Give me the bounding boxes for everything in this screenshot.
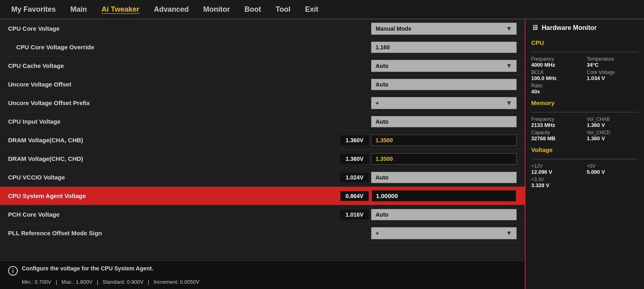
- control-area-9: 0.864V1.00000: [340, 190, 517, 202]
- v12: +12V 12.096 V: [531, 163, 583, 175]
- control-area-2: Auto▼: [371, 60, 517, 72]
- main-layout: CPU Core VoltageManual Mode▼CPU Core Vol…: [0, 19, 644, 289]
- control-area-10: 1.016VAuto: [340, 209, 517, 220]
- increment-val: Increment: 0.0050V: [154, 279, 199, 285]
- current-val-8: 1.024V: [340, 173, 369, 182]
- cpu-core-voltage: Core Voltage 1.034 V: [587, 70, 639, 81]
- text-input-1[interactable]: 1.160: [371, 42, 517, 53]
- top-nav: My FavoritesMainAi TweakerAdvancedMonito…: [0, 0, 644, 19]
- setting-row-4[interactable]: Uncore Voltage Offset Prefix+▼: [0, 94, 525, 112]
- voltage-section-title: Voltage: [531, 146, 638, 153]
- max-val: Max.: 1.800V: [61, 279, 93, 285]
- text-input-3[interactable]: Auto: [371, 79, 517, 90]
- setting-label-11: PLL Reference Offset Mode Sign: [8, 230, 371, 236]
- info-icon: i: [8, 266, 18, 276]
- setting-label-5: CPU Input Voltage: [8, 118, 371, 125]
- cpu-ratio: Ratio 40x: [531, 83, 583, 95]
- setting-label-8: CPU VCCIO Voltage: [8, 174, 340, 181]
- nav-item-boot[interactable]: Boot: [237, 0, 268, 19]
- settings-area: CPU Core VoltageManual Mode▼CPU Core Vol…: [0, 19, 525, 261]
- mem-cap: Capacity 32768 MB: [531, 130, 583, 141]
- cpu-freq-label: Frequency 4000 MHz: [531, 56, 583, 68]
- text-input-5[interactable]: Auto: [371, 116, 517, 127]
- control-area-11: +▼: [371, 227, 517, 239]
- cpu-bclk: BCLK 100.0 MHz: [531, 70, 583, 81]
- setting-row-7[interactable]: DRAM Voltage(CHC, CHD)1.360V1.3500: [0, 150, 525, 168]
- monitor-icon: 🖥: [531, 23, 538, 32]
- setting-row-3[interactable]: Uncore Voltage OffsetAuto: [0, 75, 525, 94]
- current-val-7: 1.360V: [340, 154, 369, 164]
- memory-grid: Frequency 2133 MHz Vol_CHAB 1.360 V Capa…: [531, 116, 638, 141]
- control-area-4: +▼: [371, 97, 517, 109]
- setting-label-9: CPU System Agent Voltage: [8, 192, 340, 199]
- nav-item-tool[interactable]: Tool: [268, 0, 298, 19]
- setting-label-6: DRAM Voltage(CHA, CHB): [8, 137, 340, 143]
- text-input-8[interactable]: Auto: [371, 172, 517, 183]
- dropdown-11[interactable]: +▼: [371, 227, 517, 239]
- current-val-9: 0.864V: [340, 191, 369, 201]
- cpu-temp: Temperature 34°C: [587, 56, 639, 68]
- hw-header: 🖥 Hardware Monitor: [531, 23, 638, 32]
- left-content: CPU Core VoltageManual Mode▼CPU Core Vol…: [0, 19, 525, 289]
- setting-label-4: Uncore Voltage Offset Prefix: [8, 99, 371, 106]
- current-val-10: 1.016V: [340, 210, 369, 219]
- setting-row-11[interactable]: PLL Reference Offset Mode Sign+▼: [0, 224, 525, 243]
- memory-section-title: Memory: [531, 99, 638, 106]
- setting-row-5[interactable]: CPU Input VoltageAuto: [0, 112, 525, 131]
- info-params: Min.: 0.700V | Max.: 1.800V | Standard: …: [8, 279, 517, 285]
- setting-label-10: PCH Core Voltage: [8, 211, 340, 218]
- dropdown-2[interactable]: Auto▼: [371, 60, 517, 72]
- info-desc: i Configure the voltage for the CPU Syst…: [8, 265, 517, 276]
- cpu-section-title: CPU: [531, 39, 638, 46]
- setting-row-6[interactable]: DRAM Voltage(CHA, CHB)1.360V1.3500: [0, 131, 525, 150]
- setting-label-7: DRAM Voltage(CHC, CHD): [8, 155, 340, 162]
- memory-divider: [531, 112, 638, 112]
- setting-row-2[interactable]: CPU Cache VoltageAuto▼: [0, 57, 525, 75]
- yellow-input-7[interactable]: 1.3500: [371, 153, 517, 165]
- setting-row-1[interactable]: CPU Core Voltage Override1.160: [0, 38, 525, 57]
- mem-vol-chcd: Vol_CHCD 1.360 V: [587, 130, 639, 141]
- bottom-info: i Configure the voltage for the CPU Syst…: [0, 261, 525, 289]
- control-area-3: Auto: [371, 79, 517, 90]
- setting-label-2: CPU Cache Voltage: [8, 62, 371, 69]
- nav-item-exit[interactable]: Exit: [298, 0, 325, 19]
- setting-label-1: CPU Core Voltage Override: [8, 44, 371, 51]
- voltage-grid: +12V 12.096 V +5V 5.000 V +3.3V 3.328 V: [531, 163, 638, 188]
- control-area-6: 1.360V1.3500: [340, 135, 517, 146]
- hw-title: Hardware Monitor: [542, 24, 597, 32]
- setting-row-9[interactable]: CPU System Agent Voltage0.864V1.00000: [0, 187, 525, 205]
- hardware-monitor-panel: 🖥 Hardware Monitor CPU Frequency 4000 MH…: [525, 19, 644, 289]
- cpu-grid: Frequency 4000 MHz Temperature 34°C BCLK…: [531, 56, 638, 95]
- current-val-6: 1.360V: [340, 135, 369, 145]
- mem-vol-chab: Vol_CHAB 1.360 V: [587, 116, 639, 128]
- control-area-5: Auto: [371, 116, 517, 127]
- mem-freq: Frequency 2133 MHz: [531, 116, 583, 128]
- setting-label-0: CPU Core Voltage: [8, 25, 371, 32]
- min-val: Min.: 0.700V: [22, 279, 51, 285]
- info-description: Configure the voltage for the CPU System…: [22, 265, 153, 272]
- control-area-8: 1.024VAuto: [340, 172, 517, 183]
- v33: +3.3V 3.328 V: [531, 177, 583, 188]
- dropdown-4[interactable]: +▼: [371, 97, 517, 109]
- active-input-9[interactable]: 1.00000: [371, 190, 517, 202]
- control-area-0: Manual Mode▼: [371, 23, 517, 35]
- control-area-1: 1.160: [371, 42, 517, 53]
- dropdown-0[interactable]: Manual Mode▼: [371, 23, 517, 35]
- setting-row-10[interactable]: PCH Core Voltage1.016VAuto: [0, 205, 525, 224]
- nav-item-main[interactable]: Main: [63, 0, 94, 19]
- setting-row-8[interactable]: CPU VCCIO Voltage1.024VAuto: [0, 168, 525, 187]
- standard-val: Standard: 0.900V: [103, 279, 144, 285]
- nav-item-ai-tweaker[interactable]: Ai Tweaker: [94, 0, 147, 19]
- nav-item-monitor[interactable]: Monitor: [196, 0, 237, 19]
- cpu-divider: [531, 52, 638, 52]
- setting-label-3: Uncore Voltage Offset: [8, 81, 371, 88]
- v5: +5V 5.000 V: [587, 163, 639, 175]
- control-area-7: 1.360V1.3500: [340, 153, 517, 165]
- yellow-input-6[interactable]: 1.3500: [371, 135, 517, 146]
- text-input-10[interactable]: Auto: [371, 209, 517, 220]
- voltage-divider: [531, 159, 638, 159]
- setting-row-0[interactable]: CPU Core VoltageManual Mode▼: [0, 19, 525, 38]
- nav-item-advanced[interactable]: Advanced: [147, 0, 196, 19]
- nav-item-my-favorites[interactable]: My Favorites: [4, 0, 63, 19]
